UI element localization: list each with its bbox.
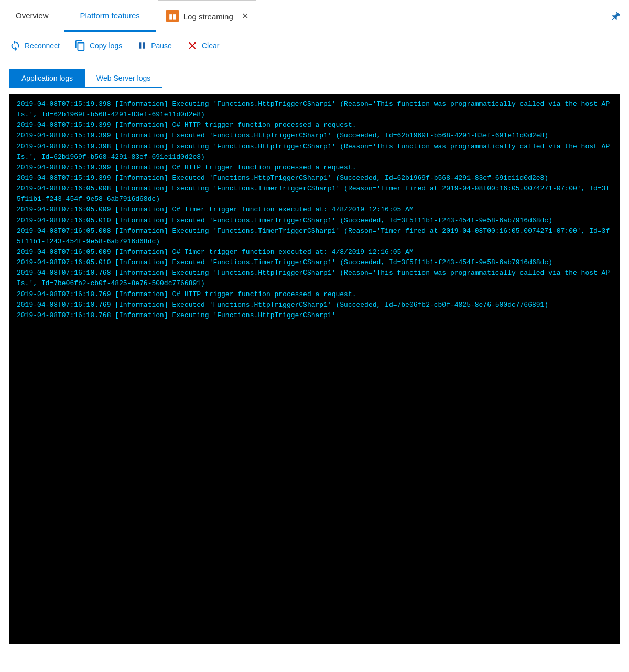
application-logs-label: Application logs xyxy=(21,74,73,82)
clear-button[interactable]: Clear xyxy=(187,40,219,51)
log-console[interactable]: 2019-04-08T07:15:19.398 [Information] Ex… xyxy=(9,94,620,644)
log-console-wrapper: 2019-04-08T07:15:19.398 [Information] Ex… xyxy=(9,94,620,644)
clear-label: Clear xyxy=(202,41,219,50)
tab-platform-features-label: Platform features xyxy=(80,11,140,20)
pause-icon xyxy=(137,40,147,51)
tab-log-streaming[interactable]: ▮▮ Log streaming ✕ xyxy=(158,0,256,32)
copy-logs-button[interactable]: Copy logs xyxy=(74,40,122,51)
toolbar: Reconnect Copy logs Pause Clear xyxy=(0,32,629,59)
pin-icon xyxy=(609,10,621,22)
tab-application-logs[interactable]: Application logs xyxy=(9,69,85,88)
pause-label: Pause xyxy=(151,41,172,50)
tab-overview-label: Overview xyxy=(16,11,49,20)
tab-bar: Overview Platform features ▮▮ Log stream… xyxy=(0,0,629,32)
web-server-logs-label: Web Server logs xyxy=(96,74,150,82)
log-tabs: Application logs Web Server logs xyxy=(0,59,629,88)
reconnect-button[interactable]: Reconnect xyxy=(9,40,60,51)
tab-log-streaming-label: Log streaming xyxy=(183,12,233,21)
pause-button[interactable]: Pause xyxy=(137,40,172,51)
pin-button[interactable] xyxy=(601,0,629,32)
tab-overview[interactable]: Overview xyxy=(0,0,64,32)
close-log-streaming-button[interactable]: ✕ xyxy=(242,12,248,20)
log-streaming-icon: ▮▮ xyxy=(166,10,179,22)
tab-web-server-logs[interactable]: Web Server logs xyxy=(85,69,162,88)
tab-platform-features[interactable]: Platform features xyxy=(64,0,156,32)
copy-logs-icon xyxy=(74,40,86,51)
copy-logs-label: Copy logs xyxy=(90,41,122,50)
reconnect-icon xyxy=(9,40,21,51)
reconnect-label: Reconnect xyxy=(25,41,60,50)
clear-icon xyxy=(187,40,198,51)
